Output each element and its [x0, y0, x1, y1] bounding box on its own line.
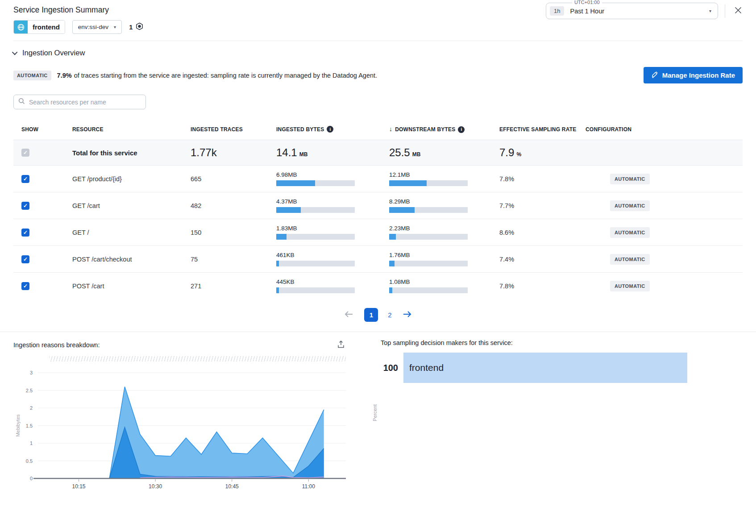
- resources-table: SHOW RESOURCE INGESTED TRACES INGESTED B…: [13, 119, 743, 332]
- ingestion-breakdown-panel: Ingestion reasons breakdown: 00.511.522.…: [13, 339, 346, 497]
- ingested-bytes-bar: [276, 287, 355, 293]
- svg-text:0: 0: [30, 476, 33, 481]
- column-header-ingested-bytes[interactable]: INGESTED BYTES i: [276, 126, 389, 133]
- column-header-resource[interactable]: RESOURCE: [72, 126, 191, 133]
- configuration-badge: AUTOMATIC: [610, 200, 650, 211]
- downstream-bytes-bar: [389, 287, 468, 293]
- configuration-badge: AUTOMATIC: [610, 254, 650, 265]
- ingested-traces-value: 150: [191, 229, 276, 236]
- row-checkbox[interactable]: ✓: [21, 255, 29, 263]
- ingested-traces-value: 271: [191, 283, 276, 290]
- downstream-bytes-bar: [389, 234, 468, 240]
- total-ingested-bytes-unit: MB: [299, 151, 308, 158]
- svg-text:10:15: 10:15: [72, 483, 86, 490]
- configuration-badge: AUTOMATIC: [610, 174, 650, 184]
- column-header-effective-sampling-rate[interactable]: EFFECTIVE SAMPLING RATE: [499, 126, 586, 133]
- svg-text:1.5: 1.5: [26, 423, 33, 428]
- resource-name[interactable]: GET /product/{id}: [72, 175, 191, 183]
- previous-page-button[interactable]: [343, 310, 354, 320]
- sampling-rate-value: 7.7%: [499, 202, 586, 209]
- ingested-bytes-value: 4.37MB: [276, 198, 389, 205]
- downstream-bytes-bar: [389, 261, 468, 266]
- downstream-bytes-bar: [389, 207, 468, 213]
- row-checkbox[interactable]: ✓: [21, 282, 29, 290]
- search-input[interactable]: [29, 99, 141, 106]
- chart-pattern-band: [49, 356, 346, 362]
- svg-text:10:45: 10:45: [225, 483, 239, 490]
- info-icon[interactable]: i: [327, 126, 333, 133]
- timezone-label: UTC+01:00: [572, 0, 602, 5]
- column-header-configuration[interactable]: CONFIGURATION: [586, 126, 743, 133]
- edit-icon: [651, 71, 658, 79]
- close-button[interactable]: [732, 4, 744, 18]
- sort-down-icon: ↓: [389, 125, 392, 134]
- table-row: ✓ POST /cart/checkout 75 461KB 1.76MB 7.…: [13, 245, 743, 272]
- globe-icon: [14, 21, 28, 33]
- column-header-downstream-bytes[interactable]: ↓ DOWNSTREAM BYTES i: [389, 125, 499, 134]
- ingestion-overview-toggle[interactable]: Ingestion Overview: [13, 49, 756, 57]
- total-row-checkbox: ✓: [21, 149, 29, 157]
- column-header-downstream-bytes-label: DOWNSTREAM BYTES: [395, 126, 455, 133]
- arrow-right-icon: [403, 311, 412, 319]
- page-number-current[interactable]: 1: [364, 308, 378, 322]
- total-row-label: Total for this service: [72, 149, 191, 157]
- table-total-row: ✓ Total for this service 1.77k 14.1MB 25…: [13, 140, 743, 165]
- row-checkbox[interactable]: ✓: [21, 175, 29, 183]
- ingested-bytes-value: 6.98MB: [276, 171, 389, 178]
- ingestion-breakdown-title: Ingestion reasons breakdown:: [13, 341, 100, 349]
- row-checkbox[interactable]: ✓: [21, 202, 29, 210]
- env-select-value: env:ssi-dev: [78, 24, 108, 30]
- env-select[interactable]: env:ssi-dev ▾: [72, 20, 122, 34]
- svg-text:1: 1: [30, 441, 33, 446]
- column-header-show[interactable]: SHOW: [13, 126, 72, 133]
- service-chip[interactable]: frontend: [13, 20, 65, 34]
- next-page-button[interactable]: [402, 310, 413, 320]
- info-icon[interactable]: i: [458, 126, 465, 133]
- decision-maker-bar-row[interactable]: 100 frontend: [381, 353, 687, 383]
- svg-text:2: 2: [30, 405, 33, 411]
- ingested-bytes-value: 445KB: [276, 278, 389, 285]
- page-number-link[interactable]: 2: [388, 311, 391, 319]
- row-checkbox[interactable]: ✓: [21, 229, 29, 237]
- svg-text:Mebibytes: Mebibytes: [15, 414, 21, 437]
- sampling-rate-value: 7.4%: [499, 256, 586, 263]
- decision-maker-bar[interactable]: frontend: [403, 353, 687, 383]
- total-sampling-rate: 7.9: [499, 146, 514, 158]
- total-downstream-bytes-unit: MB: [412, 151, 421, 158]
- resource-name[interactable]: POST /cart/checkout: [72, 256, 191, 263]
- downstream-bytes-bar: [389, 180, 468, 186]
- search-icon: [18, 98, 25, 106]
- host-count: 1: [129, 24, 133, 31]
- decision-maker-label: frontend: [403, 362, 444, 373]
- hexagon-icon: [136, 22, 143, 32]
- downstream-bytes-value: 1.76MB: [389, 252, 499, 258]
- y-axis-label: Percent: [369, 353, 381, 473]
- ingested-traces-value: 665: [191, 175, 276, 183]
- sampling-decision-makers-panel: Top sampling decision makers for this se…: [369, 339, 743, 497]
- ingested-bytes-bar: [276, 234, 355, 240]
- resource-name[interactable]: GET /: [72, 229, 191, 236]
- resource-name[interactable]: GET /cart: [72, 202, 191, 209]
- resource-search[interactable]: [13, 95, 146, 109]
- arrow-left-icon: [344, 311, 353, 319]
- table-row: ✓ POST /cart 271 445KB 1.08MB 7.8% AUTOM…: [13, 272, 743, 299]
- manage-ingestion-rate-button[interactable]: Manage Ingestion Rate: [644, 67, 743, 83]
- svg-text:10:30: 10:30: [149, 483, 162, 490]
- ingested-bytes-value: 1.83MB: [276, 225, 389, 232]
- resource-name[interactable]: POST /cart: [72, 283, 191, 290]
- ingestion-rate-value: 7.9%: [57, 72, 72, 79]
- total-sampling-rate-unit: %: [516, 151, 521, 158]
- service-context-row: frontend env:ssi-dev ▾ 1: [13, 20, 743, 34]
- ingested-bytes-value: 461KB: [276, 252, 389, 258]
- table-row: ✓ GET / 150 1.83MB 2.23MB 8.6% AUTOMATIC: [13, 219, 743, 245]
- export-button[interactable]: [336, 339, 346, 351]
- caret-down-icon: ▾: [709, 9, 711, 13]
- sampling-rate-value: 7.8%: [499, 175, 586, 183]
- service-name: frontend: [28, 21, 65, 33]
- ingested-traces-value: 75: [191, 256, 276, 263]
- time-range-selector[interactable]: UTC+01:00 1h Past 1 Hour ▾: [546, 3, 718, 19]
- total-downstream-bytes: 25.5: [389, 146, 410, 158]
- ingestion-breakdown-chart[interactable]: 00.511.522.53Mebibytes10:1510:3010:4511:…: [13, 362, 346, 495]
- time-range-value: Past 1 Hour: [570, 8, 604, 15]
- column-header-ingested-traces[interactable]: INGESTED TRACES: [191, 126, 276, 133]
